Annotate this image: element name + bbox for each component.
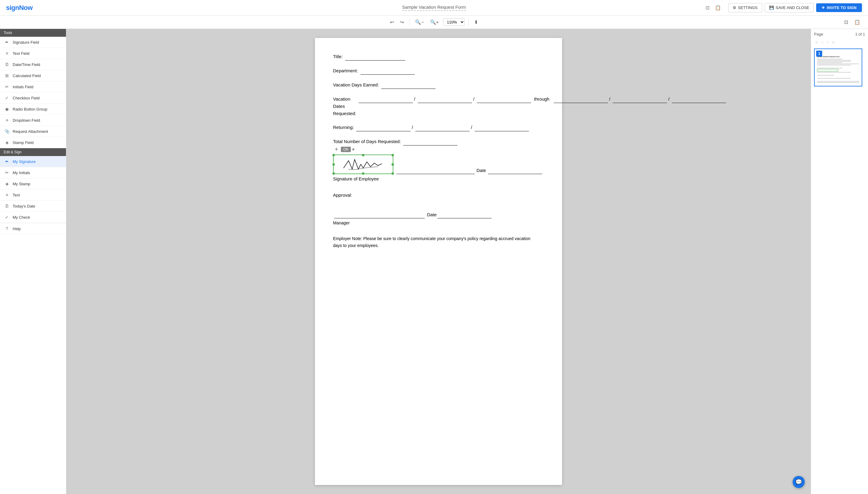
document-title[interactable]: Sample Vacation Request Form <box>402 4 466 11</box>
sig-resize-tr[interactable] <box>391 154 394 156</box>
sig-resize-tl[interactable] <box>332 154 335 156</box>
sidebar-item-todays-date[interactable]: 🗓 Today's Date <box>0 201 66 212</box>
sig-resize-bm[interactable] <box>362 172 364 175</box>
vacation-days-earned-input[interactable] <box>381 81 436 89</box>
download-button[interactable]: ⬇ <box>472 18 480 26</box>
undo-button[interactable]: ↩ <box>388 18 396 26</box>
sig-close-button[interactable]: × <box>352 147 354 152</box>
sidebar-item-calculated-label: Calculated Field <box>13 74 41 78</box>
total-days-label: Total Number of Days Requested: <box>333 138 401 145</box>
sidebar-item-my-initials[interactable]: ✏ My Initials <box>0 167 66 178</box>
redo-button[interactable]: ↪ <box>398 18 406 26</box>
sig-resize-bl[interactable] <box>332 172 335 175</box>
header-icons: ⊡ 📋 <box>704 4 722 12</box>
sidebar-item-my-signature[interactable]: ✒ My Signature <box>0 156 66 167</box>
vac-dd2[interactable] <box>613 95 667 103</box>
approval-section: Approval: Date Manager <box>333 192 544 226</box>
settings-button[interactable]: ⚙ SETTINGS <box>728 3 762 12</box>
sidebar-item-help-label: Help <box>13 227 21 231</box>
vac-yyyy2[interactable] <box>672 95 726 103</box>
sidebar-item-my-check[interactable]: ✓ My Check <box>0 212 66 223</box>
chat-button[interactable]: 💬 <box>793 476 805 488</box>
prev-page-button[interactable]: ‹ <box>820 39 824 45</box>
sig-remaining-line[interactable] <box>396 167 475 174</box>
sidebar-item-text-field[interactable]: ≡ Text Field <box>0 48 66 59</box>
sig-date-line-1[interactable] <box>488 167 542 174</box>
toolbar-divider-2 <box>468 19 469 26</box>
ret-dd[interactable] <box>415 124 469 131</box>
header: signNow Sample Vacation Request Form ⊡ 📋… <box>0 0 868 16</box>
sig-controls: ✛ OK × <box>333 146 355 153</box>
signature-field-container[interactable]: ✛ OK × <box>333 154 393 174</box>
department-label: Department: <box>333 67 358 74</box>
page-panel-header: Page 1 of 1 <box>814 32 865 36</box>
page-thumbnail[interactable]: 1 Sample Vacation Request Form <box>814 49 862 87</box>
sidebar-item-attachment-label: Request Attachment <box>13 129 48 134</box>
text-icon: ≡ <box>4 51 10 56</box>
sidebar-item-my-stamp[interactable]: ◈ My Stamp <box>0 178 66 189</box>
sidebar-item-radio-button[interactable]: ◉ Radio Button Group <box>0 103 66 115</box>
approval-row: Approval: <box>333 192 544 199</box>
calc-icon: ⊞ <box>4 73 10 78</box>
document-page: Title: Department: Vacation Days Earned:… <box>315 38 562 485</box>
vac-mm1[interactable] <box>359 95 413 103</box>
sig-resize-br[interactable] <box>391 172 394 175</box>
help-icon: ? <box>4 226 10 231</box>
sidebar-item-datetime-field[interactable]: 🗓 Date/Time Field <box>0 59 66 70</box>
canvas-area[interactable]: Title: Department: Vacation Days Earned:… <box>66 29 811 494</box>
vac-yyyy1[interactable] <box>477 95 531 103</box>
vac-mm2[interactable] <box>554 95 608 103</box>
sidebar-item-signature-field[interactable]: ✒ Signature Field <box>0 37 66 48</box>
zoom-select[interactable]: 75% 100% 110% 125% 150% 200% <box>443 18 465 26</box>
zoom-in-button[interactable]: 🔍+ <box>428 18 441 26</box>
vacation-days-earned-row: Vacation Days Earned: <box>333 81 544 89</box>
text-tool-icon: ≡ <box>4 192 10 197</box>
toolbar: ↩ ↪ 🔍− 🔍+ 75% 100% 110% 125% 150% 200% ⬇… <box>0 16 868 29</box>
sidebar-item-request-attachment[interactable]: 📎 Request Attachment <box>0 126 66 137</box>
ret-yyyy[interactable] <box>475 124 529 131</box>
page-thumbnail-container: 1 Sample Vacation Request Form <box>814 49 865 87</box>
notification-icon[interactable]: ⊡ <box>704 4 711 12</box>
last-page-button[interactable]: » <box>831 39 836 45</box>
invite-icon: ✈ <box>821 5 825 10</box>
department-input-line[interactable] <box>361 67 415 75</box>
manager-date-line[interactable] <box>437 211 492 218</box>
total-days-row: Total Number of Days Requested: <box>333 138 544 146</box>
edit-sign-section-header: Edit & Sign <box>0 148 66 156</box>
next-page-button[interactable]: › <box>826 39 829 45</box>
sidebar-item-help[interactable]: ? Help <box>0 223 66 234</box>
sig-move-handle[interactable]: ✛ <box>333 146 340 153</box>
vac-dd1[interactable] <box>418 95 472 103</box>
calendar-icon: 🗓 <box>4 62 10 67</box>
sidebar-item-text[interactable]: ≡ Text <box>0 189 66 201</box>
total-days-input[interactable] <box>403 138 458 146</box>
sidebar-item-my-check-label: My Check <box>13 215 30 220</box>
sidebar-item-calculated-field[interactable]: ⊞ Calculated Field <box>0 70 66 81</box>
sidebar-item-dropdown-field[interactable]: ≡ Dropdown Field <box>0 115 66 126</box>
sidebar-item-checkbox-field[interactable]: ✓ Checkbox Field <box>0 93 66 103</box>
invite-label: INVITE TO SIGN <box>827 5 856 10</box>
save-icon: 💾 <box>769 5 774 10</box>
sidebar-item-initials-field[interactable]: ✏ Initials Field <box>0 81 66 93</box>
documents-icon[interactable]: 📋 <box>714 4 722 12</box>
sidebar: Tools ✒ Signature Field ≡ Text Field 🗓 D… <box>0 29 66 494</box>
toolbar-icon-right-2[interactable]: 📋 <box>852 18 862 26</box>
sig-resize-ml[interactable] <box>332 163 335 166</box>
title-input-line[interactable] <box>345 53 405 60</box>
zoom-out-button[interactable]: 🔍− <box>413 18 426 26</box>
first-page-button[interactable]: « <box>814 39 819 45</box>
save-close-button[interactable]: 💾 SAVE AND CLOSE <box>764 3 814 12</box>
title-row: Title: <box>333 53 544 60</box>
sig-resize-mr[interactable] <box>391 163 394 166</box>
sig-box[interactable] <box>333 154 393 174</box>
toolbar-icon-right-1[interactable]: ⊡ <box>843 18 850 26</box>
sig-ok-button[interactable]: OK <box>341 147 351 152</box>
manager-sig-line[interactable] <box>334 211 425 218</box>
sig-resize-tm[interactable] <box>362 154 364 156</box>
sidebar-item-text-label: Text <box>13 193 20 197</box>
sidebar-item-my-stamp-label: My Stamp <box>13 182 31 186</box>
ret-mm[interactable] <box>356 124 410 131</box>
employer-note: Employer Note: Please be sure to clearly… <box>333 235 538 249</box>
invite-sign-button[interactable]: ✈ INVITE TO SIGN <box>816 3 862 12</box>
sidebar-item-stamp-field[interactable]: ◈ Stamp Field <box>0 137 66 148</box>
